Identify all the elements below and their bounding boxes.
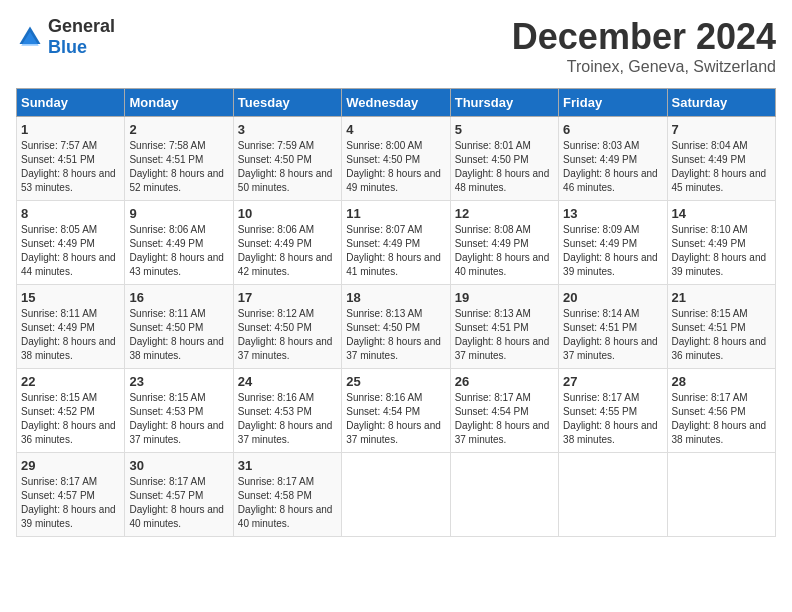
- calendar-cell: 24 Sunrise: 8:16 AMSunset: 4:53 PMDaylig…: [233, 369, 341, 453]
- cell-info: Sunrise: 8:09 AMSunset: 4:49 PMDaylight:…: [563, 224, 658, 277]
- header-monday: Monday: [125, 89, 233, 117]
- calendar-cell: 30 Sunrise: 8:17 AMSunset: 4:57 PMDaylig…: [125, 453, 233, 537]
- cell-info: Sunrise: 8:12 AMSunset: 4:50 PMDaylight:…: [238, 308, 333, 361]
- day-number: 9: [129, 206, 228, 221]
- cell-info: Sunrise: 8:17 AMSunset: 4:58 PMDaylight:…: [238, 476, 333, 529]
- header-sunday: Sunday: [17, 89, 125, 117]
- day-number: 6: [563, 122, 662, 137]
- calendar-cell: 12 Sunrise: 8:08 AMSunset: 4:49 PMDaylig…: [450, 201, 558, 285]
- day-number: 1: [21, 122, 120, 137]
- cell-info: Sunrise: 7:58 AMSunset: 4:51 PMDaylight:…: [129, 140, 224, 193]
- day-number: 10: [238, 206, 337, 221]
- cell-info: Sunrise: 8:17 AMSunset: 4:57 PMDaylight:…: [129, 476, 224, 529]
- week-row-5: 29 Sunrise: 8:17 AMSunset: 4:57 PMDaylig…: [17, 453, 776, 537]
- calendar-cell: 15 Sunrise: 8:11 AMSunset: 4:49 PMDaylig…: [17, 285, 125, 369]
- calendar-cell: 13 Sunrise: 8:09 AMSunset: 4:49 PMDaylig…: [559, 201, 667, 285]
- calendar-cell: 27 Sunrise: 8:17 AMSunset: 4:55 PMDaylig…: [559, 369, 667, 453]
- day-number: 31: [238, 458, 337, 473]
- day-number: 24: [238, 374, 337, 389]
- cell-info: Sunrise: 8:10 AMSunset: 4:49 PMDaylight:…: [672, 224, 767, 277]
- cell-info: Sunrise: 8:15 AMSunset: 4:51 PMDaylight:…: [672, 308, 767, 361]
- day-number: 11: [346, 206, 445, 221]
- calendar-cell: 10 Sunrise: 8:06 AMSunset: 4:49 PMDaylig…: [233, 201, 341, 285]
- cell-info: Sunrise: 8:16 AMSunset: 4:53 PMDaylight:…: [238, 392, 333, 445]
- day-number: 5: [455, 122, 554, 137]
- cell-info: Sunrise: 8:00 AMSunset: 4:50 PMDaylight:…: [346, 140, 441, 193]
- day-number: 29: [21, 458, 120, 473]
- calendar-cell: 4 Sunrise: 8:00 AMSunset: 4:50 PMDayligh…: [342, 117, 450, 201]
- day-number: 16: [129, 290, 228, 305]
- cell-info: Sunrise: 8:01 AMSunset: 4:50 PMDaylight:…: [455, 140, 550, 193]
- cell-info: Sunrise: 8:04 AMSunset: 4:49 PMDaylight:…: [672, 140, 767, 193]
- cell-info: Sunrise: 7:57 AMSunset: 4:51 PMDaylight:…: [21, 140, 116, 193]
- calendar-cell: [559, 453, 667, 537]
- calendar-cell: 1 Sunrise: 7:57 AMSunset: 4:51 PMDayligh…: [17, 117, 125, 201]
- day-number: 26: [455, 374, 554, 389]
- cell-info: Sunrise: 8:17 AMSunset: 4:55 PMDaylight:…: [563, 392, 658, 445]
- header: General Blue December 2024 Troinex, Gene…: [16, 16, 776, 76]
- calendar-cell: 22 Sunrise: 8:15 AMSunset: 4:52 PMDaylig…: [17, 369, 125, 453]
- logo-blue: Blue: [48, 37, 87, 57]
- calendar-cell: 25 Sunrise: 8:16 AMSunset: 4:54 PMDaylig…: [342, 369, 450, 453]
- logo: General Blue: [16, 16, 115, 58]
- day-number: 4: [346, 122, 445, 137]
- cell-info: Sunrise: 8:05 AMSunset: 4:49 PMDaylight:…: [21, 224, 116, 277]
- week-row-4: 22 Sunrise: 8:15 AMSunset: 4:52 PMDaylig…: [17, 369, 776, 453]
- header-friday: Friday: [559, 89, 667, 117]
- calendar-cell: 16 Sunrise: 8:11 AMSunset: 4:50 PMDaylig…: [125, 285, 233, 369]
- cell-info: Sunrise: 8:07 AMSunset: 4:49 PMDaylight:…: [346, 224, 441, 277]
- calendar-cell: 31 Sunrise: 8:17 AMSunset: 4:58 PMDaylig…: [233, 453, 341, 537]
- day-number: 8: [21, 206, 120, 221]
- calendar-cell: 9 Sunrise: 8:06 AMSunset: 4:49 PMDayligh…: [125, 201, 233, 285]
- day-number: 30: [129, 458, 228, 473]
- calendar-cell: 29 Sunrise: 8:17 AMSunset: 4:57 PMDaylig…: [17, 453, 125, 537]
- cell-info: Sunrise: 8:03 AMSunset: 4:49 PMDaylight:…: [563, 140, 658, 193]
- cell-info: Sunrise: 8:11 AMSunset: 4:50 PMDaylight:…: [129, 308, 224, 361]
- day-number: 12: [455, 206, 554, 221]
- calendar-cell: [450, 453, 558, 537]
- cell-info: Sunrise: 8:08 AMSunset: 4:49 PMDaylight:…: [455, 224, 550, 277]
- header-wednesday: Wednesday: [342, 89, 450, 117]
- day-number: 25: [346, 374, 445, 389]
- day-number: 2: [129, 122, 228, 137]
- calendar-cell: 21 Sunrise: 8:15 AMSunset: 4:51 PMDaylig…: [667, 285, 775, 369]
- cell-info: Sunrise: 8:17 AMSunset: 4:56 PMDaylight:…: [672, 392, 767, 445]
- logo-general: General: [48, 16, 115, 36]
- calendar-cell: 2 Sunrise: 7:58 AMSunset: 4:51 PMDayligh…: [125, 117, 233, 201]
- calendar-cell: 17 Sunrise: 8:12 AMSunset: 4:50 PMDaylig…: [233, 285, 341, 369]
- logo-text: General Blue: [48, 16, 115, 58]
- day-number: 15: [21, 290, 120, 305]
- calendar-cell: 28 Sunrise: 8:17 AMSunset: 4:56 PMDaylig…: [667, 369, 775, 453]
- day-number: 23: [129, 374, 228, 389]
- day-number: 28: [672, 374, 771, 389]
- calendar-cell: 23 Sunrise: 8:15 AMSunset: 4:53 PMDaylig…: [125, 369, 233, 453]
- calendar-cell: 18 Sunrise: 8:13 AMSunset: 4:50 PMDaylig…: [342, 285, 450, 369]
- calendar-cell: [667, 453, 775, 537]
- calendar-cell: 5 Sunrise: 8:01 AMSunset: 4:50 PMDayligh…: [450, 117, 558, 201]
- cell-info: Sunrise: 7:59 AMSunset: 4:50 PMDaylight:…: [238, 140, 333, 193]
- header-tuesday: Tuesday: [233, 89, 341, 117]
- cell-info: Sunrise: 8:06 AMSunset: 4:49 PMDaylight:…: [129, 224, 224, 277]
- cell-info: Sunrise: 8:17 AMSunset: 4:57 PMDaylight:…: [21, 476, 116, 529]
- cell-info: Sunrise: 8:13 AMSunset: 4:50 PMDaylight:…: [346, 308, 441, 361]
- cell-info: Sunrise: 8:16 AMSunset: 4:54 PMDaylight:…: [346, 392, 441, 445]
- day-number: 20: [563, 290, 662, 305]
- week-row-2: 8 Sunrise: 8:05 AMSunset: 4:49 PMDayligh…: [17, 201, 776, 285]
- cell-info: Sunrise: 8:06 AMSunset: 4:49 PMDaylight:…: [238, 224, 333, 277]
- day-number: 18: [346, 290, 445, 305]
- logo-icon: [16, 23, 44, 51]
- day-number: 21: [672, 290, 771, 305]
- day-number: 19: [455, 290, 554, 305]
- day-number: 17: [238, 290, 337, 305]
- calendar-cell: 3 Sunrise: 7:59 AMSunset: 4:50 PMDayligh…: [233, 117, 341, 201]
- calendar-cell: 14 Sunrise: 8:10 AMSunset: 4:49 PMDaylig…: [667, 201, 775, 285]
- calendar-cell: 26 Sunrise: 8:17 AMSunset: 4:54 PMDaylig…: [450, 369, 558, 453]
- calendar-cell: 11 Sunrise: 8:07 AMSunset: 4:49 PMDaylig…: [342, 201, 450, 285]
- cell-info: Sunrise: 8:15 AMSunset: 4:53 PMDaylight:…: [129, 392, 224, 445]
- calendar-cell: 19 Sunrise: 8:13 AMSunset: 4:51 PMDaylig…: [450, 285, 558, 369]
- day-number: 3: [238, 122, 337, 137]
- header-saturday: Saturday: [667, 89, 775, 117]
- calendar-cell: 8 Sunrise: 8:05 AMSunset: 4:49 PMDayligh…: [17, 201, 125, 285]
- cell-info: Sunrise: 8:17 AMSunset: 4:54 PMDaylight:…: [455, 392, 550, 445]
- day-number: 13: [563, 206, 662, 221]
